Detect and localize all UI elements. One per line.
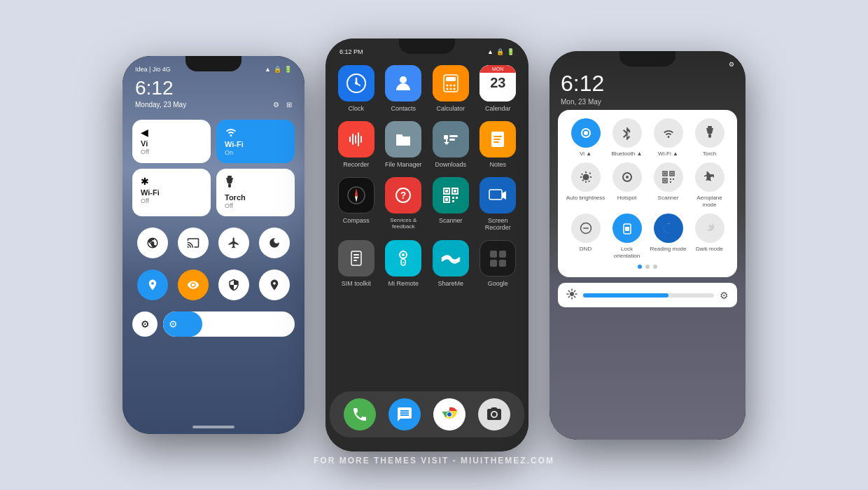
qs-airplane[interactable]: Aeroplane mode bbox=[690, 162, 729, 208]
screen-cast-btn[interactable] bbox=[178, 227, 209, 258]
qs-dot-1[interactable] bbox=[638, 265, 642, 269]
qs-darkmode-icon bbox=[695, 214, 724, 243]
qs-bright-gear-icon[interactable]: ⚙ bbox=[720, 290, 729, 301]
dock-messages[interactable] bbox=[388, 398, 421, 430]
svg-rect-17 bbox=[352, 134, 354, 145]
contacts-label: Contacts bbox=[391, 105, 416, 113]
svg-rect-40 bbox=[452, 197, 454, 199]
qs-lockorientation[interactable]: Lock orientation bbox=[608, 214, 647, 259]
svg-point-13 bbox=[446, 88, 448, 90]
tile-bluetooth[interactable]: ✱ Wi-Fi Off bbox=[132, 169, 211, 216]
brightness-fill-icon: ⚙ bbox=[169, 318, 178, 330]
dock-chrome[interactable] bbox=[433, 398, 465, 430]
eye-btn[interactable] bbox=[178, 270, 209, 300]
qs-dot-2[interactable] bbox=[645, 265, 650, 269]
dock-phone[interactable] bbox=[344, 398, 376, 430]
app-contacts[interactable]: Contacts bbox=[383, 65, 425, 113]
location-share-btn[interactable] bbox=[137, 270, 168, 300]
app-google[interactable]: Google bbox=[477, 240, 519, 288]
app-notes[interactable]: Notes bbox=[477, 121, 519, 169]
svg-rect-43 bbox=[489, 190, 502, 200]
app-downloads[interactable]: Downloads bbox=[430, 121, 472, 169]
app-services[interactable]: ? Services & feedback bbox=[383, 177, 425, 232]
qs-dnd-label: DND bbox=[580, 246, 592, 253]
settings-icon[interactable]: ⚙ bbox=[273, 101, 279, 108]
svg-rect-19 bbox=[358, 132, 359, 146]
tile-vi[interactable]: ◀ Vi Off bbox=[132, 120, 211, 163]
svg-rect-46 bbox=[354, 254, 359, 255]
svg-rect-67 bbox=[670, 181, 671, 183]
left-time: 6:12 bbox=[122, 76, 304, 101]
svg-rect-48 bbox=[354, 260, 357, 261]
qs-darkmode[interactable]: Dark mode bbox=[690, 214, 729, 259]
app-clock[interactable]: Clock bbox=[335, 65, 377, 113]
dock-camera[interactable] bbox=[478, 398, 510, 430]
qs-airplane-label: Aeroplane mode bbox=[690, 195, 729, 208]
svg-rect-63 bbox=[671, 173, 673, 175]
services-label: Services & feedback bbox=[383, 217, 425, 230]
hotspot-btn[interactable] bbox=[137, 227, 168, 258]
qs-hotspot[interactable]: Hotspot bbox=[608, 162, 647, 208]
svg-rect-37 bbox=[445, 190, 448, 192]
qs-row-1: Vi ▲ Bluetooth ▲ Wi-Fi ▲ bbox=[565, 118, 730, 158]
left-date-row: Monday, 23 May ⚙ ⊞ bbox=[122, 101, 304, 114]
qs-wifi[interactable]: Wi-Fi ▲ bbox=[649, 118, 688, 158]
qs-lockorientation-label: Lock orientation bbox=[608, 246, 647, 259]
svg-rect-9 bbox=[446, 77, 456, 81]
right-gear-top[interactable]: ⚙ bbox=[729, 61, 734, 68]
app-filemanager[interactable]: File Manager bbox=[383, 121, 425, 169]
qs-airplane-icon bbox=[695, 162, 724, 192]
phone-middle-screen: 6:12 PM ▲ 🔒 🔋 bbox=[326, 38, 528, 451]
app-calendar[interactable]: MON 23 Calendar bbox=[477, 65, 519, 113]
qs-autobrightness[interactable]: Auto brightness bbox=[566, 162, 606, 208]
tile-wifi[interactable]: Wi-Fi On bbox=[216, 120, 295, 163]
privacy-btn[interactable] bbox=[218, 270, 249, 300]
shareme-label: ShareMe bbox=[438, 280, 463, 288]
qs-scanner[interactable]: Scanner bbox=[649, 162, 688, 208]
qs-bright-bar-track[interactable] bbox=[583, 293, 714, 298]
qs-vi[interactable]: Vi ▲ bbox=[566, 118, 606, 158]
brightness-slider[interactable]: ⚙ bbox=[163, 312, 295, 337]
svg-rect-27 bbox=[493, 141, 499, 143]
phone-right-screen: ⚙ 6:12 Mon, 23 May Vi ▲ bbox=[550, 51, 746, 440]
svg-point-11 bbox=[449, 85, 451, 87]
qs-vi-icon bbox=[571, 118, 601, 148]
airplane-btn[interactable] bbox=[218, 227, 249, 258]
files-icon bbox=[385, 121, 421, 158]
mid-lock: 🔒 bbox=[496, 48, 504, 55]
scanner-label: Scanner bbox=[439, 217, 463, 225]
svg-rect-71 bbox=[625, 227, 629, 231]
app-miremote[interactable]: Mi Remote bbox=[383, 240, 425, 288]
phones-container: Idea | Jio 4G ▲ 🔒 🔋 6:12 Monday, 23 May … bbox=[122, 38, 746, 451]
app-compass[interactable]: Compass bbox=[335, 177, 377, 232]
qs-readingmode[interactable]: Reading mode bbox=[649, 214, 688, 259]
pin-btn[interactable] bbox=[259, 270, 290, 300]
recorder-label: Recorder bbox=[343, 161, 369, 169]
app-scanner[interactable]: Scanner bbox=[430, 177, 472, 232]
app-screenrecorder[interactable]: Screen Recorder bbox=[477, 177, 519, 232]
right-time: 6:12 bbox=[550, 71, 746, 98]
app-calculator[interactable]: Calculator bbox=[430, 65, 472, 113]
moon-btn[interactable] bbox=[259, 227, 290, 258]
app-simtoolkit[interactable]: SIM toolkit bbox=[335, 240, 377, 288]
tile-torch[interactable]: Torch Off bbox=[216, 169, 295, 216]
simtoolkit-icon bbox=[338, 240, 374, 276]
app-recorder[interactable]: Recorder bbox=[335, 121, 377, 169]
svg-point-12 bbox=[453, 85, 455, 87]
qs-torch[interactable]: Torch bbox=[690, 118, 729, 158]
app-shareme[interactable]: ShareMe bbox=[430, 240, 472, 288]
qs-dot-3[interactable] bbox=[653, 265, 657, 269]
left-date: Monday, 23 May bbox=[135, 101, 186, 108]
qs-lockorientation-icon bbox=[612, 214, 642, 243]
phone-middle: 6:12 PM ▲ 🔒 🔋 bbox=[326, 38, 528, 451]
qs-bluetooth-label: Bluetooth ▲ bbox=[612, 150, 643, 158]
settings-icon-left[interactable]: ⚙ bbox=[132, 312, 158, 337]
svg-rect-41 bbox=[456, 197, 458, 199]
qs-bluetooth[interactable]: Bluetooth ▲ bbox=[608, 118, 647, 158]
right-status-icons: ⚙ bbox=[729, 61, 734, 68]
screenrecorder-label: Screen Recorder bbox=[477, 217, 519, 232]
qs-dnd[interactable]: DND bbox=[566, 214, 606, 259]
qs-readingmode-icon bbox=[654, 214, 683, 243]
grid-icon[interactable]: ⊞ bbox=[286, 101, 292, 108]
notch-middle bbox=[399, 38, 455, 54]
